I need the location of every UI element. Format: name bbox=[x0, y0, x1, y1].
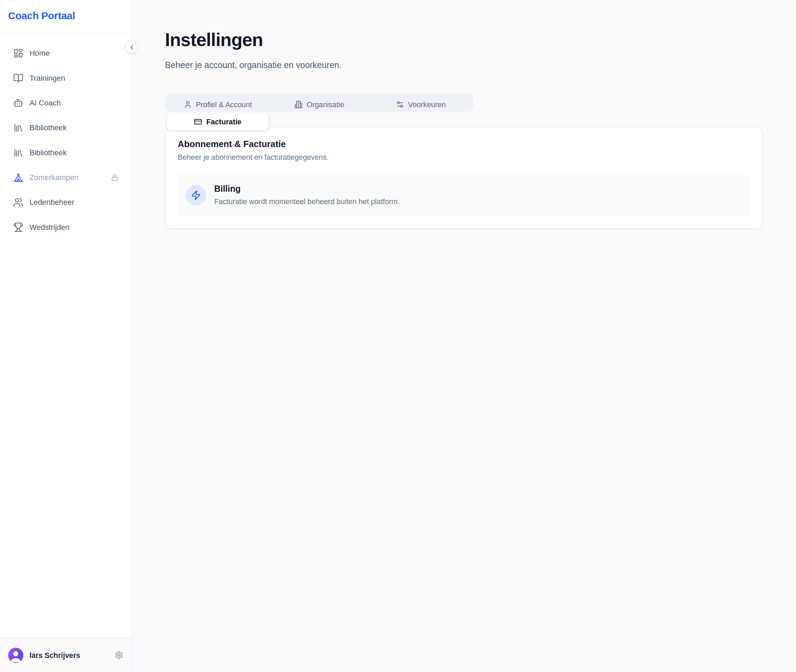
user-silhouette-icon bbox=[8, 648, 23, 663]
chevron-left-icon bbox=[128, 44, 135, 51]
tent-icon bbox=[13, 172, 23, 182]
zap-icon bbox=[191, 190, 201, 200]
tab-facturatie[interactable]: Facturatie bbox=[167, 113, 268, 130]
billing-text: Billing Facturatie wordt momenteel behee… bbox=[214, 184, 400, 206]
lock-icon bbox=[111, 174, 118, 181]
user-section: lars Schrijvers bbox=[0, 638, 132, 672]
sidebar: Coach Portaal Home Trainingen AI Coach bbox=[0, 0, 132, 672]
brand-logo: Coach Portaal bbox=[8, 10, 75, 22]
sidebar-item-label: Trainingen bbox=[30, 74, 65, 82]
sidebar-item-ai-coach[interactable]: AI Coach bbox=[8, 93, 124, 114]
sidebar-nav: Home Trainingen AI Coach Bibliotheek Bib… bbox=[0, 32, 132, 247]
sidebar-item-ledenbeheer[interactable]: Ledenbeheer bbox=[8, 192, 124, 213]
sidebar-item-label: Home bbox=[30, 49, 50, 58]
sidebar-item-label: Wedstrijden bbox=[30, 222, 70, 231]
sidebar-item-wedstrijden[interactable]: Wedstrijden bbox=[8, 216, 124, 237]
library-icon bbox=[13, 147, 23, 158]
book-open-icon bbox=[13, 73, 23, 83]
billing-description: Facturatie wordt momenteel beheerd buite… bbox=[214, 197, 400, 206]
tab-label: Facturatie bbox=[206, 118, 241, 126]
users-icon bbox=[13, 197, 23, 208]
user-settings-button[interactable] bbox=[115, 651, 124, 659]
credit-card-icon bbox=[194, 118, 202, 126]
coach-portal-app: Coach Portaal Home Trainingen AI Coach bbox=[0, 0, 796, 672]
tab-label: Organisatie bbox=[307, 100, 344, 109]
trophy-icon bbox=[13, 222, 23, 232]
tab-profiel-account[interactable]: Profiel & Account bbox=[167, 96, 268, 113]
sidebar-item-bibliotheek-2[interactable]: Bibliotheek bbox=[8, 142, 124, 163]
tab-label: Voorkeuren bbox=[408, 100, 446, 109]
sidebar-item-trainingen[interactable]: Trainingen bbox=[8, 67, 124, 88]
page-subtitle: Beheer je account, organisatie en voorke… bbox=[165, 60, 763, 71]
sidebar-item-label: AI Coach bbox=[30, 98, 61, 107]
sidebar-item-label: Zomerkampen bbox=[30, 173, 79, 181]
tab-organisatie[interactable]: Organisatie bbox=[268, 96, 370, 113]
billing-icon-circle bbox=[186, 185, 206, 205]
sliders-icon bbox=[396, 100, 404, 109]
main-content: Instellingen Beheer je account, organisa… bbox=[132, 0, 796, 672]
card-title: Abonnement & Facturatie bbox=[178, 139, 750, 149]
tab-voorkeuren[interactable]: Voorkeuren bbox=[370, 96, 472, 113]
billing-card: Abonnement & Facturatie Beheer je abonne… bbox=[165, 127, 763, 229]
sidebar-item-zomerkampen[interactable]: Zomerkampen bbox=[8, 167, 124, 188]
sidebar-item-label: Bibliotheek bbox=[30, 123, 67, 132]
sidebar-item-label: Ledenbeheer bbox=[30, 198, 75, 206]
sidebar-collapse-button[interactable] bbox=[125, 40, 138, 54]
user-name: lars Schrijvers bbox=[30, 651, 80, 659]
sidebar-item-home[interactable]: Home bbox=[8, 43, 124, 64]
layout-dashboard-icon bbox=[13, 48, 23, 58]
user-icon bbox=[184, 100, 192, 109]
card-description: Beheer je abonnement en facturatiegegeve… bbox=[178, 152, 750, 162]
avatar bbox=[8, 648, 23, 663]
gear-icon bbox=[115, 651, 124, 659]
sidebar-header: Coach Portaal bbox=[0, 0, 132, 32]
sidebar-item-bibliotheek-1[interactable]: Bibliotheek bbox=[8, 117, 124, 138]
billing-row: Billing Facturatie wordt momenteel behee… bbox=[178, 174, 750, 216]
tab-label: Profiel & Account bbox=[196, 100, 252, 109]
sidebar-item-label: Bibliotheek bbox=[30, 148, 67, 157]
building-icon bbox=[294, 100, 303, 109]
page-title: Instellingen bbox=[165, 29, 763, 52]
billing-title: Billing bbox=[214, 184, 400, 194]
library-icon bbox=[13, 123, 23, 133]
settings-tabs: Profiel & Account Organisatie Voorkeuren… bbox=[165, 94, 474, 112]
bot-icon bbox=[13, 98, 23, 108]
